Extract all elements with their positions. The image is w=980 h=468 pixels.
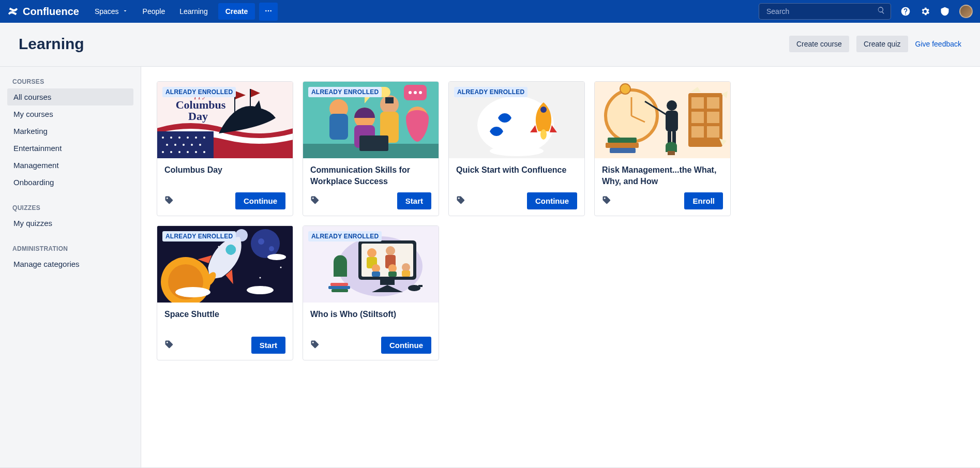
svg-point-73 [269, 246, 274, 251]
course-card-body: Risk Management...the What, Why, and How… [595, 158, 730, 216]
course-action-button[interactable]: Start [251, 337, 285, 354]
sidebar-heading-quizzes: QUIZZES [7, 204, 133, 215]
course-card[interactable]: Happy Columbus Day ALREADY ENROLLEDColum… [157, 81, 293, 216]
tag-icon[interactable] [164, 340, 174, 351]
brand[interactable]: Confluence [7, 6, 79, 18]
sidebar-item-my-courses[interactable]: My courses [7, 105, 133, 123]
page-header: Learning Create course Create quiz Give … [0, 23, 980, 67]
sidebar-heading-courses: COURSES [7, 78, 133, 88]
svg-rect-101 [328, 286, 350, 289]
svg-point-2 [270, 10, 272, 11]
create-button[interactable]: Create [218, 3, 255, 20]
sidebar-item-manage-categories[interactable]: Manage categories [7, 255, 133, 273]
course-card[interactable]: ALREADY ENROLLEDSpace ShuttleStart [157, 225, 293, 360]
svg-point-39 [409, 91, 412, 94]
nav-spaces-label: Spaces [95, 7, 119, 16]
svg-point-7 [178, 137, 180, 139]
tag-icon[interactable] [456, 195, 465, 207]
svg-point-46 [490, 146, 544, 156]
svg-point-40 [414, 91, 417, 94]
svg-point-12 [174, 144, 176, 146]
help-icon[interactable] [900, 6, 911, 17]
header-actions: Create course Create quiz Give feedback [789, 36, 961, 52]
course-grid: Happy Columbus Day ALREADY ENROLLEDColum… [157, 81, 964, 360]
sidebar-item-management[interactable]: Management [7, 157, 133, 174]
chevron-down-icon [122, 7, 128, 16]
course-card-footer: Continue [164, 192, 285, 209]
course-card[interactable]: ALREADY ENROLLEDWho is Who (Stiltsoft)Co… [303, 225, 439, 360]
svg-rect-62 [666, 111, 678, 131]
svg-point-92 [386, 246, 395, 255]
course-thumbnail: ALREADY ENROLLED [303, 82, 439, 158]
settings-icon[interactable] [920, 6, 930, 17]
tag-icon[interactable] [602, 195, 611, 207]
course-title: Quick Start with Confluence [456, 164, 577, 187]
avatar-image [959, 5, 973, 18]
course-action-button[interactable]: Enroll [684, 192, 723, 209]
tag-icon[interactable] [310, 195, 320, 207]
course-card[interactable]: ALREADY ENROLLEDCommunication Skills for… [303, 81, 439, 216]
svg-rect-95 [372, 271, 380, 277]
svg-point-13 [183, 144, 185, 146]
sidebar-section-quizzes: QUIZZES My quizzes [7, 204, 133, 232]
enrolled-badge: ALREADY ENROLLED [308, 231, 382, 241]
course-thumbnail [595, 82, 730, 158]
course-title: Communication Skills for Workplace Succe… [310, 164, 431, 187]
svg-point-17 [170, 151, 172, 153]
course-card-body: Communication Skills for Workplace Succe… [303, 158, 439, 216]
svg-point-72 [258, 238, 264, 245]
course-action-button[interactable]: Continue [527, 192, 577, 209]
give-feedback-link[interactable]: Give feedback [915, 40, 962, 48]
svg-point-90 [367, 248, 376, 258]
sidebar-section-admin: ADMINISTRATION Manage categories [7, 245, 133, 273]
svg-point-14 [191, 144, 193, 146]
svg-point-18 [178, 151, 180, 153]
course-action-button[interactable]: Continue [235, 192, 285, 209]
nav-spaces[interactable]: Spaces [88, 3, 134, 20]
svg-rect-100 [330, 283, 348, 286]
svg-point-94 [372, 264, 380, 273]
course-thumbnail: ALREADY ENROLLED [303, 226, 439, 303]
svg-point-78 [280, 267, 282, 268]
svg-point-5 [162, 137, 164, 139]
search-input[interactable] [765, 7, 877, 16]
course-action-button[interactable]: Start [397, 192, 431, 209]
course-card-footer: Start [164, 337, 285, 354]
sidebar-item-onboarding[interactable]: Onboarding [7, 174, 133, 191]
svg-rect-23 [250, 89, 251, 110]
svg-point-21 [203, 151, 205, 153]
svg-point-67 [620, 84, 630, 94]
main-content: Happy Columbus Day ALREADY ENROLLEDColum… [141, 67, 980, 467]
svg-point-0 [265, 10, 267, 11]
svg-rect-66 [668, 151, 675, 155]
sidebar-item-all-courses[interactable]: All courses [7, 88, 133, 105]
notifications-icon[interactable] [940, 6, 950, 17]
sidebar-item-my-quizzes[interactable]: My quizzes [7, 215, 133, 232]
svg-point-45 [540, 129, 547, 140]
svg-rect-89 [380, 280, 395, 285]
sidebar-item-entertainment[interactable]: Entertainment [7, 140, 133, 157]
course-card[interactable]: ALREADY ENROLLEDQuick Start with Conflue… [448, 81, 585, 216]
svg-rect-55 [691, 97, 704, 109]
course-card[interactable]: Risk Management...the What, Why, and How… [594, 81, 731, 216]
sidebar: COURSES All courses My courses Marketing… [0, 67, 141, 467]
nav-learning[interactable]: Learning [173, 3, 214, 20]
course-action-button[interactable]: Continue [381, 337, 431, 354]
create-quiz-button[interactable]: Create quiz [856, 36, 908, 52]
more-button[interactable] [259, 3, 278, 21]
search-box[interactable] [759, 3, 891, 20]
create-course-button[interactable]: Create course [789, 36, 849, 52]
course-card-body: Space ShuttleStart [157, 303, 293, 360]
svg-point-15 [199, 144, 201, 146]
user-avatar[interactable] [959, 5, 973, 18]
svg-point-20 [195, 151, 197, 153]
nav-people[interactable]: People [137, 3, 172, 20]
brand-name: Confluence [23, 6, 79, 18]
course-card-footer: Enroll [602, 192, 723, 209]
tag-icon[interactable] [310, 340, 320, 351]
sidebar-item-marketing[interactable]: Marketing [7, 123, 133, 140]
tag-icon[interactable] [164, 195, 174, 207]
svg-point-83 [247, 286, 274, 294]
course-card-footer: Start [310, 192, 431, 209]
svg-rect-37 [359, 135, 388, 151]
